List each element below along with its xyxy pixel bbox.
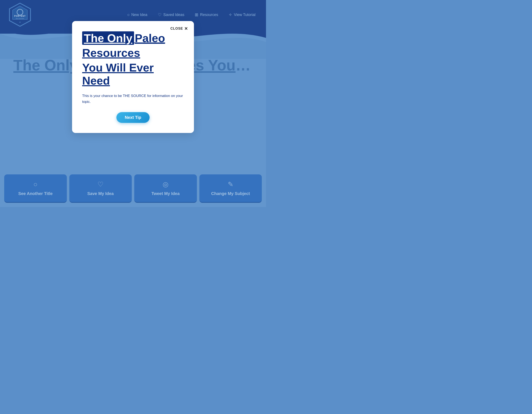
modal-title-part1: The Only Paleo	[82, 31, 165, 45]
modal-title-ever-need: You Will Ever Need	[82, 61, 184, 87]
tip-modal: CLOSE ✕ The Only Paleo Resources You Wil…	[72, 21, 194, 133]
modal-description: This is your chance to be THE SOURCE for…	[82, 93, 184, 104]
modal-title: The Only Paleo Resources You Will Ever N…	[82, 31, 184, 87]
close-label: CLOSE	[171, 27, 183, 30]
modal-title-resources: Resources	[82, 46, 184, 59]
close-x-icon: ✕	[184, 26, 188, 31]
modal-title-highlight: The Only	[82, 31, 134, 45]
modal-title-paleo: Paleo	[135, 32, 165, 44]
close-button[interactable]: CLOSE ✕	[171, 26, 188, 31]
next-tip-button[interactable]: Next Tip	[116, 112, 150, 123]
